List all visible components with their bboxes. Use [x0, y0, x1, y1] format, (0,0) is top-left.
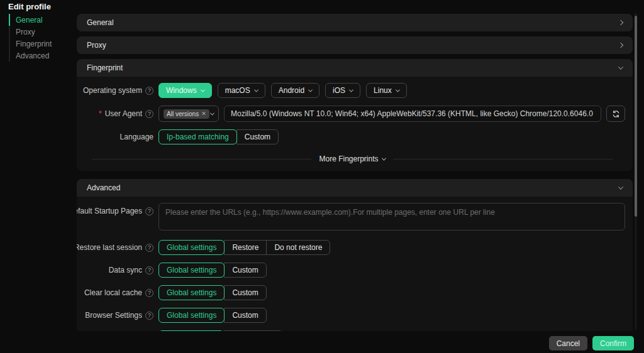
segment-button[interactable]	[248, 330, 283, 331]
os-windows-button[interactable]: Windows	[158, 83, 212, 98]
clipped-row-options	[158, 330, 283, 331]
dialog-footer: Cancel Confirm	[549, 336, 634, 350]
sidebar-item-label: Advanced	[16, 52, 49, 60]
data-sync-custom-button[interactable]: Custom	[224, 263, 266, 278]
restore-button[interactable]: Restore	[224, 240, 267, 255]
section-title: Proxy	[87, 41, 106, 50]
sidebar-item-label: General	[16, 16, 43, 24]
restore-session-row: Restore last session ? Global settings R…	[79, 240, 625, 255]
sidebar-item-label: Proxy	[16, 28, 35, 36]
section-fingerprint-header[interactable]: Fingerprint	[77, 59, 633, 77]
data-sync-label: Data sync ?	[79, 266, 153, 274]
section-title: Fingerprint	[87, 63, 123, 72]
user-agent-row: * User Agent ? All versions ✕	[79, 106, 625, 122]
os-options: Windows macOS Android iOS	[158, 83, 625, 98]
help-icon[interactable]: ?	[145, 87, 153, 95]
os-macos-button[interactable]: macOS	[218, 83, 265, 98]
more-fingerprints-row: More Fingerprints	[92, 155, 613, 163]
more-fingerprints-button[interactable]: More Fingerprints	[319, 155, 385, 163]
refresh-user-agent-button[interactable]	[606, 106, 625, 122]
sidebar-item-label: Fingerprint	[16, 40, 52, 48]
operating-system-label: Operating system ?	[79, 86, 153, 95]
clear-cache-options: Global settings Custom	[158, 285, 267, 300]
data-sync-options: Global settings Custom	[158, 263, 267, 278]
os-ios-button[interactable]: iOS	[325, 83, 360, 98]
edit-profile-dialog: Edit profile General Proxy Fingerprint A…	[0, 0, 644, 353]
language-label: Language	[79, 133, 153, 141]
language-custom-button[interactable]: Custom	[236, 129, 279, 144]
language-ip-based-button[interactable]: Ip-based matching	[158, 129, 237, 144]
sidebar: General Proxy Fingerprint Advanced	[9, 14, 69, 62]
clear-cache-row: Clear local cache ? Global settings Cust…	[79, 285, 625, 300]
chevron-down-icon	[396, 87, 400, 92]
restore-session-options: Global settings Restore Do not restore	[158, 240, 330, 255]
operating-system-row: Operating system ? Windows macOS	[79, 83, 625, 98]
section-proxy: Proxy	[77, 36, 633, 54]
browser-settings-custom-button[interactable]: Custom	[224, 308, 266, 323]
do-not-restore-button[interactable]: Do not restore	[266, 240, 330, 255]
restore-global-settings-button[interactable]: Global settings	[158, 240, 225, 255]
help-icon[interactable]: ?	[145, 289, 153, 297]
browser-settings-options: Global settings Custom	[158, 308, 267, 323]
os-android-button[interactable]: Android	[271, 83, 319, 98]
startup-pages-row: Default Startup Pages ?	[79, 203, 625, 231]
data-sync-row: Data sync ? Global settings Custom	[79, 263, 625, 278]
sidebar-item-proxy[interactable]: Proxy	[9, 26, 69, 38]
segment-button[interactable]	[158, 330, 224, 331]
chevron-right-icon	[618, 20, 623, 25]
ua-version-tag: All versions ✕	[164, 109, 209, 119]
user-agent-input[interactable]	[224, 106, 601, 122]
sidebar-item-fingerprint[interactable]: Fingerprint	[9, 38, 69, 50]
help-icon[interactable]: ?	[145, 312, 153, 320]
divider	[393, 159, 613, 160]
section-proxy-header[interactable]: Proxy	[77, 36, 633, 54]
advanced-body: Default Startup Pages ? Restore last ses…	[77, 197, 633, 331]
chevron-down-icon	[381, 156, 386, 160]
cancel-button[interactable]: Cancel	[549, 336, 587, 350]
required-marker: *	[99, 109, 102, 118]
data-sync-global-settings-button[interactable]: Global settings	[158, 263, 225, 278]
browser-settings-label: Browser Settings ?	[79, 311, 153, 320]
divider	[92, 159, 311, 160]
browser-settings-global-button[interactable]: Global settings	[158, 308, 225, 323]
scrollbar-thumb[interactable]	[635, 16, 637, 217]
chevron-down-icon	[349, 87, 353, 92]
clipped-row	[79, 330, 625, 331]
sidebar-item-advanced[interactable]: Advanced	[9, 50, 69, 62]
clear-cache-global-settings-button[interactable]: Global settings	[158, 285, 225, 300]
refresh-icon	[612, 110, 620, 118]
section-general-header[interactable]: General	[77, 14, 633, 31]
user-agent-label: * User Agent ?	[79, 109, 153, 118]
ua-version-select[interactable]: All versions ✕	[158, 106, 219, 122]
chevron-down-icon	[210, 111, 214, 115]
segment-button[interactable]	[223, 330, 248, 331]
user-agent-controls: All versions ✕	[158, 106, 625, 122]
chevron-down-icon	[618, 64, 623, 69]
startup-pages-label: Default Startup Pages ?	[79, 207, 153, 215]
section-general: General	[77, 14, 633, 31]
chevron-down-icon	[201, 87, 205, 92]
section-fingerprint: Fingerprint Operating system ? Windows	[77, 59, 633, 171]
help-icon[interactable]: ?	[145, 110, 153, 118]
startup-pages-textarea[interactable]	[158, 203, 625, 231]
language-options: Ip-based matching Custom	[158, 129, 279, 144]
confirm-button[interactable]: Confirm	[592, 336, 634, 350]
chevron-down-icon	[308, 87, 313, 92]
section-advanced: Advanced Default Startup Pages ? Restore…	[77, 179, 633, 331]
clear-cache-custom-button[interactable]: Custom	[224, 285, 266, 300]
help-icon[interactable]: ?	[145, 207, 153, 215]
chevron-right-icon	[618, 43, 623, 48]
browser-settings-row: Browser Settings ? Global settings Custo…	[79, 308, 625, 323]
page-title: Edit profile	[8, 2, 51, 11]
chevron-down-icon	[254, 87, 258, 92]
remove-tag-icon[interactable]: ✕	[201, 111, 206, 117]
section-advanced-header[interactable]: Advanced	[77, 179, 633, 197]
os-linux-button[interactable]: Linux	[366, 83, 407, 98]
form-panel: General Proxy Fingerprint Operating syst…	[77, 0, 633, 331]
sidebar-item-general[interactable]: General	[9, 14, 69, 26]
help-icon[interactable]: ?	[145, 266, 153, 274]
section-title: Advanced	[87, 183, 120, 192]
help-icon[interactable]: ?	[145, 244, 153, 252]
language-row: Language Ip-based matching Custom	[79, 129, 625, 144]
clear-cache-label: Clear local cache ?	[79, 288, 153, 297]
